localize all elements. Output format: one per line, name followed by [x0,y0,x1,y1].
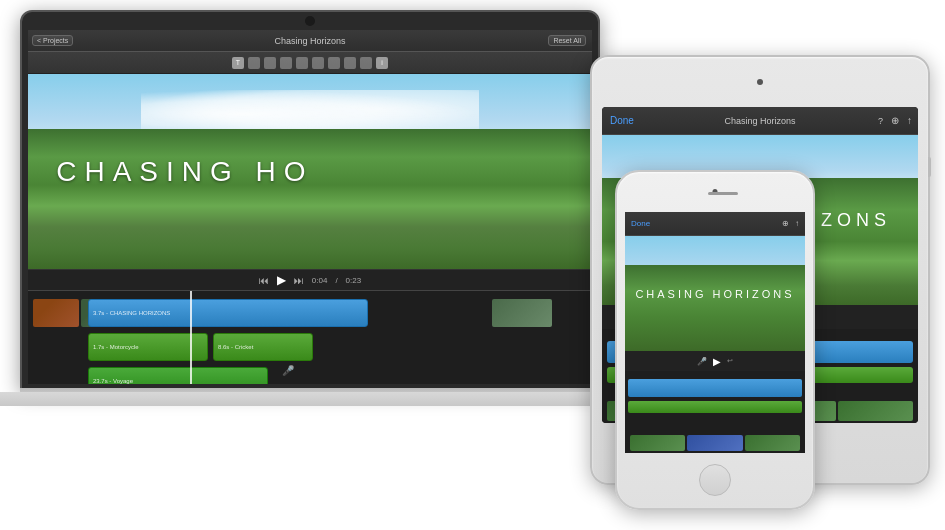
ipad-toolbar-right: ? ⊕ ↑ [878,115,912,126]
ipad-toolbar: Done Chasing Horizons ? ⊕ ↑ [602,107,918,135]
ipad-share-icon[interactable]: ↑ [907,115,912,126]
imovie-title: Chasing Horizons [274,36,345,46]
projects-button[interactable]: < Projects [32,35,73,46]
iphone-mountains [625,265,805,351]
iphone-mic-icon[interactable]: 🎤 [697,357,707,366]
camera-tool-icon[interactable] [248,57,260,69]
ipad-thumb-4 [838,401,913,421]
total-time: 0:23 [346,276,362,285]
text-tool-icon[interactable]: T [232,57,244,69]
iphone-preview: CHASING HORIZONS [625,236,805,351]
ipad-camera [757,79,763,85]
iphone-toolbar-right: ⊕ ↑ [782,219,799,228]
preview-mountains [28,129,592,269]
ipad-side-button[interactable] [928,157,931,177]
iphone-track-green[interactable] [628,401,802,413]
iphone-home-button[interactable] [699,464,731,496]
voiceover-tool-icon[interactable] [328,57,340,69]
imovie-preview: CHASING HO [28,74,592,269]
reset-all-button[interactable]: Reset All [548,35,586,46]
iphone-thumb-1 [630,435,685,451]
iphone-add-icon[interactable]: ⊕ [782,219,789,228]
track-green3-label: 23.7s - Voyage [93,378,133,384]
macbook: < Projects Chasing Horizons Reset All T [20,10,600,440]
time-separator: / [335,276,337,285]
track-blue-label: 3.7s - CHASING HORIZONS [93,310,170,316]
macbook-camera [305,16,315,26]
track-green2-label: 8.6s - Cricket [218,344,253,350]
iphone-timeline [625,371,805,453]
imovie-timeline: 3.7s - CHASING HORIZONS 1.7s - Motorcycl… [28,291,592,384]
iphone-track-blue[interactable] [628,379,802,397]
ipad-title: Chasing Horizons [724,116,795,126]
info-tool-icon[interactable]: i [376,57,388,69]
iphone-thumb-row [630,435,800,451]
music-tool-icon[interactable] [280,57,292,69]
mic-tool-icon[interactable] [312,57,324,69]
iphone-play-icon[interactable]: ▶ [713,356,721,367]
redo-tool-icon[interactable] [360,57,372,69]
iphone: Done ⊕ ↑ CHASING HORIZONS 🎤 [615,170,815,510]
skip-forward-icon[interactable]: ⏭ [294,275,304,286]
skip-back-icon[interactable]: ⏮ [259,275,269,286]
sound-tool-icon[interactable] [296,57,308,69]
track-green1-label: 1.7s - Motorcycle [93,344,139,350]
iphone-undo-icon[interactable]: ↩ [727,357,733,365]
macbook-screen: < Projects Chasing Horizons Reset All T [28,30,592,384]
ipad-question-icon[interactable]: ? [878,116,883,126]
timeline-mic-icon: 🎤 [282,365,294,376]
macbook-base: MacBo [0,392,630,406]
timeline-playhead [190,291,192,384]
macbook-screen-frame: < Projects Chasing Horizons Reset All T [20,10,600,390]
current-time: 0:04 [312,276,328,285]
iphone-title-overlay: CHASING HORIZONS [635,288,794,300]
undo-tool-icon[interactable] [344,57,356,69]
timeline-track-green3[interactable]: 23.7s - Voyage [88,367,268,384]
preview-title-overlay: CHASING HO [56,156,313,188]
imovie-controls: ⏮ ▶ ⏭ 0:04 / 0:23 [28,269,592,291]
iphone-speaker [708,192,738,195]
timeline-thumb-1 [33,299,79,327]
timeline-track-blue[interactable]: 3.7s - CHASING HORIZONS [88,299,368,327]
imovie-edit-bar: T i [28,52,592,74]
ipad-done-button[interactable]: Done [610,115,634,126]
timeline-thumb-right [492,299,552,327]
play-icon[interactable]: ▶ [277,273,286,287]
timeline-track-green2[interactable]: 8.6s - Cricket [213,333,313,361]
iphone-screen: Done ⊕ ↑ CHASING HORIZONS 🎤 [625,212,805,453]
iphone-controls: 🎤 ▶ ↩ [625,351,805,371]
iphone-thumb-2 [687,435,742,451]
imovie-toolbar: < Projects Chasing Horizons Reset All [28,30,592,52]
iphone-toolbar: Done ⊕ ↑ [625,212,805,236]
iphone-share-icon[interactable]: ↑ [795,219,799,228]
iphone-frame: Done ⊕ ↑ CHASING HORIZONS 🎤 [615,170,815,510]
scene: < Projects Chasing Horizons Reset All T [0,0,945,530]
photo-tool-icon[interactable] [264,57,276,69]
iphone-done-button[interactable]: Done [631,219,650,228]
ipad-add-icon[interactable]: ⊕ [891,115,899,126]
iphone-thumb-3 [745,435,800,451]
